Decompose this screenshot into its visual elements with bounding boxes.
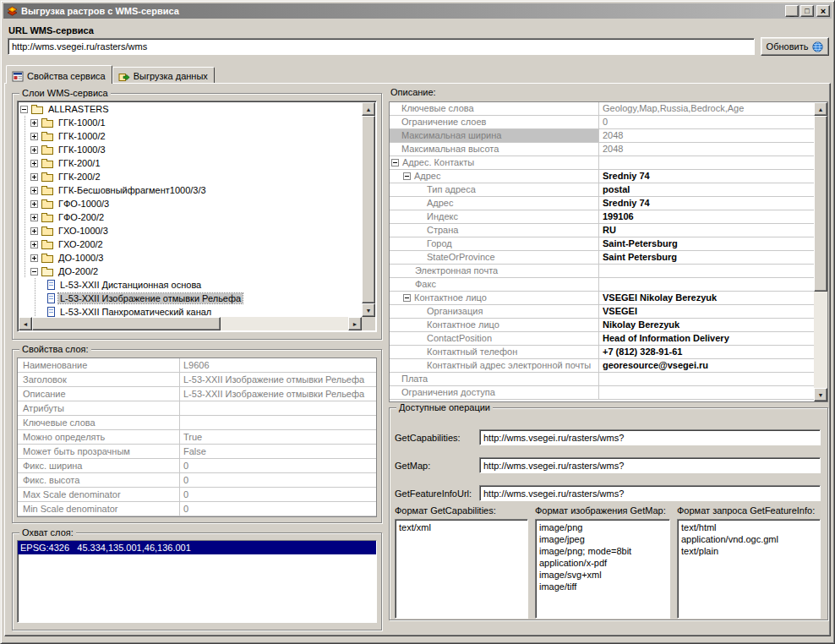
format-item[interactable]: text/html <box>678 521 820 533</box>
tree-item[interactable]: ГГК-200/1 <box>19 156 362 170</box>
close-button[interactable]: × <box>816 5 830 17</box>
format-item[interactable]: image/png <box>536 521 669 533</box>
tree-item[interactable]: L-53-XXII Дистанционная основа <box>19 278 362 292</box>
layer-property-row[interactable]: Описание L-53-XXII Изображение отмывки Р… <box>18 387 376 401</box>
description-row[interactable]: Адрес. Контакты <box>390 156 814 170</box>
scrollbar-thumb[interactable] <box>362 116 375 303</box>
tab-service-properties[interactable]: Свойства сервиса <box>6 65 112 84</box>
format-item[interactable]: image/png; mode=8bit <box>536 545 669 557</box>
format-item[interactable]: text/xml <box>396 521 527 533</box>
layer-property-row[interactable]: Атрибуты <box>18 401 376 416</box>
right-arrow-icon[interactable]: ► <box>348 317 362 330</box>
tree-item[interactable]: ГХО-200/2 <box>19 237 362 251</box>
description-row[interactable]: Ограничение слоев 0 <box>390 116 814 129</box>
description-row-selected[interactable]: Максимальная ширина 2048 <box>390 129 814 143</box>
refresh-button[interactable]: Обновить <box>761 37 829 56</box>
getcapabilities-input[interactable] <box>479 429 821 445</box>
maximize-button[interactable]: □ <box>800 5 814 17</box>
getmap-input[interactable] <box>479 457 821 473</box>
url-input[interactable] <box>8 38 755 55</box>
format-item[interactable]: image/jpeg <box>536 533 669 545</box>
description-row[interactable]: Контактное лицо Nikolay Berezyuk <box>390 319 814 332</box>
plus-expander-icon[interactable] <box>30 119 38 127</box>
tree-horizontal-scrollbar[interactable]: ◄ ► <box>19 317 362 330</box>
description-row[interactable]: Город Saint-Petersburg <box>390 237 814 251</box>
layer-property-row[interactable]: Min Scale denominator 0 <box>18 502 376 516</box>
plus-expander-icon[interactable] <box>30 187 38 194</box>
tree-item[interactable]: ГГК-200/2 <box>19 170 362 183</box>
plus-expander-icon[interactable] <box>30 146 38 154</box>
layer-property-row[interactable]: Фикс. высота 0 <box>18 473 376 488</box>
tree-item[interactable]: ГФО-1000/3 <box>19 197 362 210</box>
extent-row-selected[interactable]: EPSG:4326 45.334,135.001,46,136.001 <box>18 541 376 554</box>
layer-property-row[interactable]: Фикс. ширина 0 <box>18 459 376 473</box>
scrollbar-thumb[interactable] <box>814 116 827 292</box>
layer-property-row[interactable]: Может быть прозрачным False <box>18 445 376 459</box>
layer-property-row[interactable]: Max Scale denominator 0 <box>18 488 376 502</box>
left-arrow-icon[interactable]: ◄ <box>19 317 32 330</box>
tree-item[interactable]: ГФО-200/2 <box>19 210 362 224</box>
plus-expander-icon[interactable] <box>30 254 38 262</box>
scrollbar-thumb[interactable] <box>32 317 221 330</box>
minus-expander-icon[interactable] <box>403 172 411 180</box>
tree-item[interactable]: ГГК-1000/1 <box>19 116 362 129</box>
tree-item[interactable]: L-53-XXII Панхроматический канал <box>19 305 362 317</box>
tree-item[interactable]: ГХО-1000/3 <box>19 224 362 237</box>
layer-property-row[interactable]: Можно определять True <box>18 430 376 445</box>
tree-item-selected[interactable]: L-53-XXII Изображение отмывки Рельефа <box>19 292 362 305</box>
minus-expander-icon[interactable] <box>30 268 38 276</box>
tree-item[interactable]: ГГК-1000/3 <box>19 143 362 156</box>
description-row[interactable]: Тип адреса postal <box>390 183 814 197</box>
getcapabilities-format-list[interactable]: text/xml <box>395 519 528 619</box>
description-row[interactable]: Плата <box>390 373 814 386</box>
description-row[interactable]: Адрес Sredniy 74 <box>390 197 814 210</box>
tree-item[interactable]: ДО-1000/3 <box>19 251 362 265</box>
description-row[interactable]: Электронная почта <box>390 265 814 278</box>
tree-vertical-scrollbar[interactable]: ▲ ▼ <box>362 102 375 317</box>
tree-item[interactable]: ГГК-Бесшовныйфрагмент1000/3/3 <box>19 183 362 197</box>
format-item[interactable]: image/tiff <box>536 581 669 592</box>
layer-property-row[interactable]: Наименование L9606 <box>18 358 376 373</box>
getmap-format-list[interactable]: image/png image/jpeg image/png; mode=8bi… <box>535 519 670 619</box>
layer-property-row[interactable]: Ключевые слова <box>18 416 376 430</box>
description-row[interactable]: Адрес Sredniy 74 <box>390 170 814 183</box>
description-row[interactable]: Контактное лицо VSEGEI Nikolay Berezyuk <box>390 292 814 305</box>
format-item[interactable]: image/svg+xml <box>536 569 669 581</box>
description-row[interactable]: Контактный адрес электронной почты geore… <box>390 359 814 373</box>
plus-expander-icon[interactable] <box>30 241 38 248</box>
plus-expander-icon[interactable] <box>30 173 38 181</box>
up-arrow-icon[interactable]: ▲ <box>362 102 375 116</box>
layer-property-row[interactable]: Заголовок L-53-XXII Изображение отмывки … <box>18 373 376 387</box>
description-row[interactable]: StateOrProvince Saint Petersburg <box>390 251 814 265</box>
plus-expander-icon[interactable] <box>30 160 38 167</box>
description-row[interactable]: ContactPosition Head of Information Deli… <box>390 332 814 346</box>
minus-expander-icon[interactable] <box>403 294 411 302</box>
description-vertical-scrollbar[interactable]: ▲ ▼ <box>814 102 827 401</box>
description-row[interactable]: Организация VSEGEI <box>390 305 814 319</box>
getfeatureinfo-input[interactable] <box>479 485 821 501</box>
description-row[interactable]: Контактный телефон +7 (812) 328-91-61 <box>390 346 814 359</box>
plus-expander-icon[interactable] <box>30 227 38 235</box>
plus-expander-icon[interactable] <box>30 200 38 208</box>
titlebar[interactable]: Выгрузка растров с WMS-сервиса _ □ × <box>3 3 832 19</box>
plus-expander-icon[interactable] <box>30 133 38 140</box>
minimize-button[interactable]: _ <box>785 5 799 17</box>
tree-item[interactable]: ДО-200/2 <box>19 265 362 278</box>
description-row[interactable]: Ограничения доступа <box>390 386 814 400</box>
format-item[interactable]: application/x-pdf <box>536 557 669 569</box>
description-row[interactable]: Максимальная высота 2048 <box>390 143 814 156</box>
down-arrow-icon[interactable]: ▼ <box>362 303 375 317</box>
description-row[interactable]: Ключевые слова Geology,Map,Russia,Bedroc… <box>390 102 814 116</box>
format-item[interactable]: application/vnd.ogc.gml <box>678 533 820 545</box>
minus-expander-icon[interactable] <box>20 106 28 113</box>
description-row[interactable]: Страна RU <box>390 224 814 237</box>
format-item[interactable]: text/plain <box>678 545 820 557</box>
description-row[interactable]: Индекс 199106 <box>390 210 814 224</box>
tree-item[interactable]: ALLRASTERS <box>19 102 362 116</box>
description-row[interactable]: Факс <box>390 278 814 292</box>
tree-item[interactable]: ГГК-1000/2 <box>19 129 362 143</box>
down-arrow-icon[interactable]: ▼ <box>814 388 827 401</box>
plus-expander-icon[interactable] <box>30 214 38 221</box>
getfeatureinfo-format-list[interactable]: text/html application/vnd.ogc.gml text/p… <box>677 519 821 619</box>
tab-data-download[interactable]: Выгрузка данных <box>112 67 215 83</box>
